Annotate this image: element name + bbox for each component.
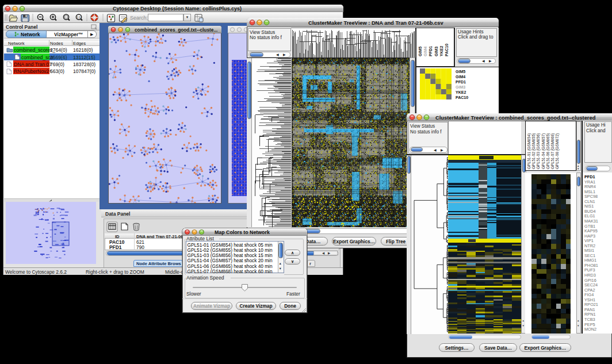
svg-text:PAC10: PAC10 [445,44,449,56]
svg-text:YKE2: YKE2 [439,46,443,56]
svg-text:GIM4: GIM4 [423,47,427,56]
svg-text:GPL51-01 (GSM854): GPL51-01 (GSM854) [527,133,531,169]
svg-text:GPL51-03 (GSM856): GPL51-03 (GSM856) [536,133,541,169]
svg-text:PFD1: PFD1 [429,46,433,56]
svg-text:GIM3: GIM3 [434,47,438,56]
svg-text:1:1: 1:1 [77,16,81,19]
svg-text:GPL51-04 (GSM857): GPL51-04 (GSM857) [541,133,546,169]
svg-text:GPL51-08 (GSM872): GPL51-08 (GSM872) [555,133,560,169]
svg-text:GPL51-07 (GSM868): GPL51-07 (GSM868) [550,133,555,169]
svg-text:GIM5: GIM5 [418,47,422,56]
svg-text:GPL51-02 (GSM855): GPL51-02 (GSM855) [531,133,536,169]
svg-text:GPL51-06 (GSM865): GPL51-06 (GSM865) [546,133,550,169]
